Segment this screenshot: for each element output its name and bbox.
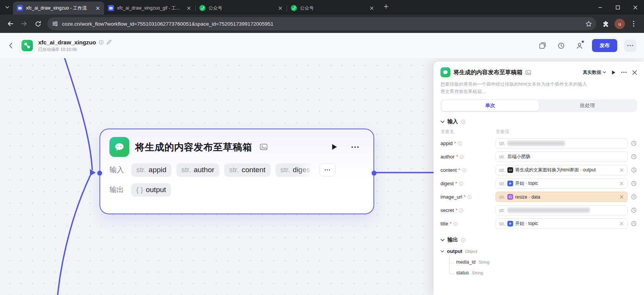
param-row-image-url: image_url* str. resize · data (440, 192, 637, 202)
browser-menu-icon[interactable] (627, 17, 640, 30)
tab-close-icon[interactable] (277, 5, 284, 11)
chevron-down-icon[interactable] (440, 121, 445, 123)
info-icon (461, 238, 466, 243)
bookmark-star-icon[interactable] (583, 18, 594, 29)
wechat-plugin-icon (109, 137, 129, 157)
chevron-down-icon[interactable] (440, 250, 444, 253)
browser-tab-workflow[interactable]: xfc_ai_draw_xingzuo - 工作流 (13, 2, 104, 15)
panel-run-icon[interactable] (611, 70, 616, 75)
remove-ref-icon[interactable] (619, 221, 624, 227)
secret-input[interactable]: str. (496, 205, 628, 215)
expression-icon[interactable] (631, 180, 637, 187)
arrow-right-icon (21, 20, 28, 27)
extensions-icon[interactable] (599, 17, 612, 30)
output-port[interactable] (372, 171, 377, 176)
info-icon[interactable] (459, 208, 463, 213)
header-more-button[interactable] (624, 39, 636, 52)
param-pill-author[interactable]: str.author (176, 163, 219, 177)
input-port[interactable] (97, 171, 102, 176)
appid-input[interactable]: str. (496, 138, 628, 148)
redacted-value (507, 208, 590, 213)
back-button[interactable] (4, 17, 17, 30)
remove-ref-icon[interactable] (619, 181, 624, 186)
param-pill-content[interactable]: str.content (224, 163, 271, 177)
digest-input[interactable]: str. 开始 · topic (496, 178, 628, 189)
panel-more-icon[interactable] (621, 72, 627, 73)
new-tab-button[interactable] (381, 2, 391, 11)
coze-favicon (108, 5, 114, 11)
image-url-input[interactable]: str. resize · data (496, 192, 628, 202)
profile-avatar[interactable]: u (615, 19, 625, 29)
info-icon[interactable] (99, 40, 104, 45)
info-icon[interactable] (467, 195, 472, 199)
variable-ref-chip[interactable]: resize · data (507, 194, 616, 200)
output-pill[interactable]: { }output (131, 183, 171, 197)
site-settings-icon[interactable] (52, 21, 58, 27)
tab-close-icon[interactable] (368, 5, 375, 11)
collaboration-icon[interactable] (574, 40, 585, 51)
tab-close-icon[interactable] (95, 5, 101, 11)
param-pill-digest[interactable]: str.diges (276, 163, 315, 177)
caret-down-icon (603, 71, 606, 73)
history-icon[interactable] (555, 40, 567, 51)
forward-button[interactable] (18, 17, 31, 30)
variable-ref-chip[interactable]: 开始 · topic (507, 180, 616, 187)
back-to-workspace-button[interactable] (5, 40, 16, 51)
publish-button[interactable]: 发布 (592, 39, 617, 52)
info-icon[interactable] (459, 181, 463, 186)
remove-ref-icon[interactable] (619, 168, 624, 173)
workflow-node-publish-draft[interactable]: 将生成的内容发布至草稿箱 输入 str.appid str.author str… (99, 129, 374, 214)
param-row-author: author* str. 后端小肥肠 (440, 152, 637, 162)
arrow-left-icon (7, 20, 14, 27)
browser-tab-mp-2[interactable]: 公众号 (287, 2, 378, 15)
title-input[interactable]: str. 开始 · topic (496, 218, 628, 229)
address-bar[interactable]: coze.cn/work_flow?workflow_id=7551031062… (47, 17, 596, 30)
expression-icon[interactable] (631, 153, 637, 160)
tab-batch[interactable]: 批处理 (539, 100, 636, 111)
node-more-icon[interactable] (347, 140, 364, 153)
remove-ref-icon[interactable] (619, 194, 624, 200)
output-tree-root[interactable]: output Object (440, 248, 637, 254)
pill-overflow-button[interactable] (320, 163, 336, 176)
chevron-left-icon (9, 42, 13, 49)
info-icon[interactable] (462, 168, 466, 173)
browser-tab-workflow-gif[interactable]: xfc_ai_draw_xingzuo_gif - 工... (104, 2, 195, 15)
tab-single[interactable]: 单次 (442, 100, 539, 111)
content-input[interactable]: str. 将生成的文案图转换为html界面 · output (496, 165, 628, 175)
param-row-digest: digest* str. 开始 · topic (440, 178, 637, 189)
window-controls (591, 0, 644, 15)
workflow-canvas[interactable]: 将生成的内容发布至草稿箱 输入 str.appid str.author str… (0, 58, 644, 295)
panel-title-badge-icon (525, 70, 531, 75)
reload-button[interactable] (31, 17, 44, 30)
node-title-badge-icon (260, 143, 267, 150)
info-icon[interactable] (453, 222, 458, 226)
tab-search-button[interactable] (2, 2, 12, 12)
input-section-title: 输入 (447, 118, 458, 125)
author-input[interactable]: str. 后端小肥肠 (496, 152, 628, 162)
expression-icon[interactable] (631, 167, 637, 173)
window-maximize-button[interactable] (609, 0, 626, 15)
chevron-down-icon[interactable] (440, 239, 445, 241)
param-pill-appid[interactable]: str.appid (131, 163, 171, 177)
window-minimize-button[interactable] (591, 0, 609, 15)
reload-icon (35, 21, 41, 27)
node-output-label: 输出 (109, 185, 126, 195)
info-icon[interactable] (458, 141, 462, 146)
output-section-header: 输出 (440, 236, 637, 243)
edit-icon[interactable] (106, 39, 112, 45)
browser-tab-mp-1[interactable]: 公众号 (196, 2, 287, 15)
expression-icon[interactable] (631, 207, 637, 214)
layout-icon[interactable] (537, 40, 548, 51)
expression-icon[interactable] (631, 194, 637, 200)
info-icon[interactable] (460, 155, 464, 159)
tab-title: xfc_ai_draw_xingzuo_gif - 工... (117, 5, 183, 11)
panel-close-icon[interactable] (632, 70, 637, 75)
variable-ref-chip[interactable]: 将生成的文案图转换为html界面 · output (507, 167, 616, 173)
expression-icon[interactable] (631, 220, 637, 227)
data-mode-dropdown[interactable]: 真实数据 (583, 69, 606, 76)
node-run-icon[interactable] (328, 140, 341, 153)
tab-close-icon[interactable] (186, 5, 192, 11)
expression-icon[interactable] (631, 140, 637, 147)
window-close-button[interactable] (626, 0, 644, 15)
variable-ref-chip[interactable]: 开始 · topic (507, 220, 616, 227)
